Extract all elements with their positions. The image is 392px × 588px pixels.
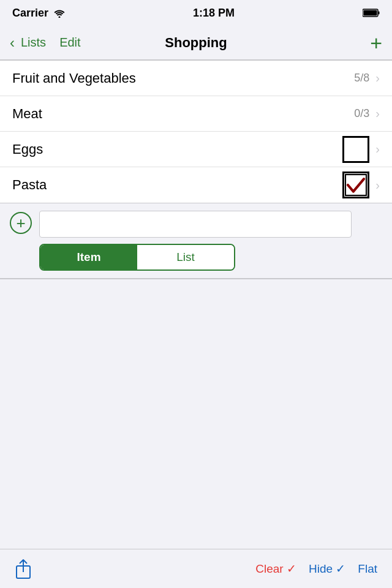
status-bar: Carrier 1:18 PM — [0, 0, 392, 26]
flat-button[interactable]: Flat — [358, 562, 377, 576]
segment-control: Item List — [39, 244, 235, 271]
segment-list-label: List — [176, 251, 195, 264]
checkbox-checked[interactable] — [342, 172, 369, 198]
row-label: Meat — [12, 106, 42, 122]
add-text-input[interactable] — [39, 211, 352, 238]
chevron-right-icon: › — [375, 178, 380, 192]
checkbox-unchecked[interactable] — [342, 136, 369, 163]
list-row[interactable]: Eggs › — [0, 132, 392, 167]
list-content: Fruit and Vegetables 5/8 › Meat 0/3 › Eg… — [0, 60, 392, 203]
empty-area — [0, 279, 392, 557]
list-row[interactable]: Pasta › — [0, 167, 392, 203]
svg-rect-3 — [378, 12, 379, 15]
battery-icon — [363, 9, 380, 17]
back-button[interactable]: Lists — [21, 36, 46, 50]
row-count: 0/3 — [354, 107, 369, 120]
content-area: Fruit and Vegetables 5/8 › Meat 0/3 › Eg… — [0, 60, 392, 588]
clear-button[interactable]: Clear ✓ — [255, 562, 296, 576]
svg-rect-2 — [363, 10, 377, 16]
edit-button[interactable]: Edit — [59, 36, 80, 50]
battery-area — [363, 9, 380, 17]
bottom-toolbar: Clear ✓ Hide ✓ Flat — [0, 549, 392, 588]
carrier-label: Carrier — [12, 7, 65, 20]
share-button[interactable] — [15, 559, 32, 579]
chevron-right-icon: › — [375, 71, 380, 85]
checkmark-icon — [345, 174, 367, 196]
row-right: 5/8 › — [354, 71, 380, 85]
add-circle-button[interactable]: + — [10, 212, 32, 234]
row-count: 5/8 — [354, 72, 369, 85]
row-label: Fruit and Vegetables — [12, 70, 136, 86]
row-right: › — [342, 172, 380, 198]
svg-point-0 — [59, 16, 61, 18]
segment-item-button[interactable]: Item — [40, 245, 137, 270]
row-right: 0/3 › — [354, 107, 380, 121]
add-item-row: + Item List — [0, 203, 392, 279]
nav-left: ‹ Lists Edit — [10, 36, 81, 50]
chevron-right-icon: › — [375, 142, 380, 156]
add-input-area: Item List — [39, 211, 392, 271]
row-label: Eggs — [12, 141, 43, 157]
nav-bar: ‹ Lists Edit Shopping + — [0, 26, 392, 60]
add-button[interactable]: + — [370, 32, 382, 53]
share-icon — [15, 559, 32, 579]
chevron-right-icon: › — [375, 107, 380, 121]
list-row[interactable]: Meat 0/3 › — [0, 96, 392, 132]
segment-list-button[interactable]: List — [137, 245, 234, 270]
bottom-actions: Clear ✓ Hide ✓ Flat — [255, 562, 377, 576]
status-time: 1:18 PM — [193, 7, 235, 20]
list-row[interactable]: Fruit and Vegetables 5/8 › — [0, 61, 392, 96]
app-root: Carrier 1:18 PM ‹ Lists Edit Shopping + — [0, 0, 392, 588]
wifi-icon — [54, 9, 65, 18]
hide-button[interactable]: Hide ✓ — [309, 562, 345, 576]
row-right: › — [342, 136, 380, 163]
row-label: Pasta — [12, 177, 47, 193]
nav-title: Shopping — [165, 35, 227, 51]
segment-item-label: Item — [77, 251, 100, 264]
back-chevron-icon[interactable]: ‹ — [10, 36, 15, 50]
